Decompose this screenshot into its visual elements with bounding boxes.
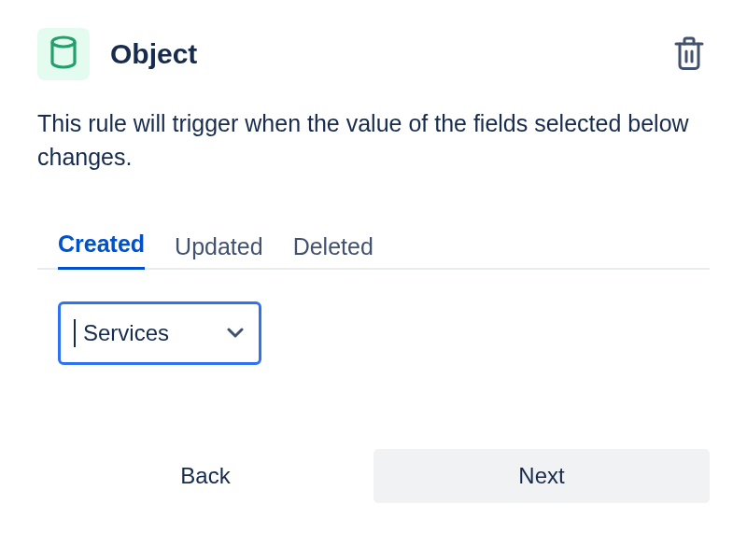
header-left: Object <box>37 28 197 80</box>
rule-description: This rule will trigger when the value of… <box>37 106 710 175</box>
delete-button[interactable] <box>669 31 710 78</box>
tab-deleted[interactable]: Deleted <box>293 233 374 270</box>
tab-updated[interactable]: Updated <box>175 233 263 270</box>
svg-point-0 <box>52 37 75 47</box>
trash-icon <box>672 61 706 75</box>
select-value-wrap: Services <box>74 319 169 347</box>
object-type-select[interactable]: Services <box>58 301 261 365</box>
object-icon-box <box>37 28 90 80</box>
back-button[interactable]: Back <box>37 449 374 503</box>
page-title: Object <box>110 38 197 70</box>
next-button[interactable]: Next <box>374 449 710 503</box>
tab-created[interactable]: Created <box>58 231 145 270</box>
text-cursor <box>74 319 76 347</box>
select-value: Services <box>83 320 169 346</box>
chevron-down-icon <box>227 328 244 339</box>
header: Object <box>37 28 710 80</box>
object-type-field: Services <box>37 301 710 365</box>
trigger-tabs: Created Updated Deleted <box>37 231 710 270</box>
footer-actions: Back Next <box>37 449 710 503</box>
cylinder-icon <box>49 35 78 73</box>
